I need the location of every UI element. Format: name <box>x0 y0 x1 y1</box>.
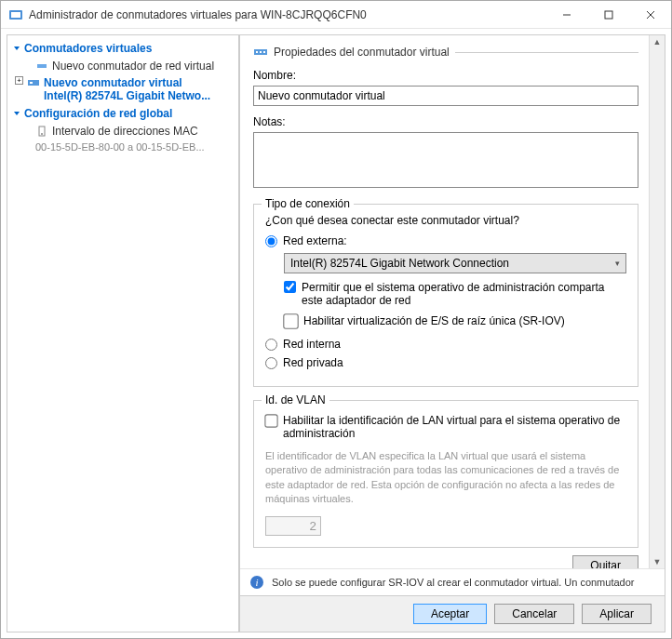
chevron-down-icon <box>13 110 20 117</box>
private-radio[interactable] <box>265 357 277 369</box>
section-header: Propiedades del conmutador virtual <box>253 45 638 60</box>
dialog-buttons: Aceptar Cancelar Aplicar <box>240 595 665 632</box>
svg-rect-12 <box>256 51 258 53</box>
sriov-label: Habilitar virtualización de E/S de raíz … <box>303 314 565 327</box>
vlan-id-input <box>265 516 321 536</box>
sidebar-item-mac-range[interactable]: Intervalo de direcciones MAC <box>9 123 236 140</box>
vlan-help-text: El identificador de VLAN especifica la L… <box>265 449 626 507</box>
divider <box>455 52 638 53</box>
ok-button[interactable]: Aceptar <box>413 604 487 624</box>
sriov-checkbox[interactable] <box>283 313 299 329</box>
sidebar-category-label: Configuración de red global <box>24 107 172 120</box>
sidebar: Conmutadores virtuales Nuevo conmutador … <box>7 34 239 632</box>
notes-label: Notas: <box>253 115 638 128</box>
share-check-row[interactable]: Permitir que el sistema operativo de adm… <box>284 281 626 307</box>
apply-button[interactable]: Aplicar <box>582 604 652 624</box>
mac-icon <box>35 125 48 138</box>
svg-rect-8 <box>30 82 33 84</box>
minimize-button[interactable] <box>545 1 587 28</box>
app-icon <box>8 7 23 22</box>
sriov-check-row[interactable]: Habilitar virtualización de E/S de raíz … <box>284 314 626 328</box>
info-text: Solo se puede configurar SR-IOV al crear… <box>272 577 634 588</box>
vlan-group-title: Id. de VLAN <box>262 393 329 406</box>
sidebar-category-switches[interactable]: Conmutadores virtuales <box>9 39 236 58</box>
name-label: Nombre: <box>253 69 638 82</box>
switch-icon <box>253 45 268 60</box>
share-checkbox[interactable] <box>284 281 296 293</box>
internal-radio-row[interactable]: Red interna <box>265 338 626 351</box>
internal-radio[interactable] <box>265 339 277 351</box>
titlebar: Administrador de conmutadores virtuales … <box>1 1 671 29</box>
connection-groupbox: Tipo de conexión ¿Con qué desea conectar… <box>253 204 638 387</box>
svg-rect-14 <box>263 51 265 53</box>
body: Conmutadores virtuales Nuevo conmutador … <box>1 29 671 638</box>
external-radio-row[interactable]: Red externa: <box>265 234 626 247</box>
connection-prompt: ¿Con qué desea conectar este conmutador … <box>265 214 626 227</box>
svg-rect-3 <box>605 11 612 19</box>
main-pane: ▲ ▼ Propiedades del conmutador virtual N… <box>239 34 665 632</box>
scrollbar[interactable]: ▲ ▼ <box>649 35 665 568</box>
expand-icon[interactable]: + <box>15 76 23 85</box>
cancel-button[interactable]: Cancelar <box>494 604 574 624</box>
name-input[interactable] <box>253 86 638 106</box>
internal-label: Red interna <box>283 338 341 351</box>
svg-text:i: i <box>255 577 258 588</box>
vlan-enable-row[interactable]: Habilitar la identificación de LAN virtu… <box>265 414 626 440</box>
sidebar-item-new-switch[interactable]: Nuevo conmutador de red virtual <box>9 58 236 74</box>
main-content: ▲ ▼ Propiedades del conmutador virtual N… <box>240 35 665 568</box>
chevron-down-icon <box>13 45 20 52</box>
window: Administrador de conmutadores virtuales … <box>0 0 672 639</box>
section-title: Propiedades del conmutador virtual <box>274 46 450 59</box>
private-radio-row[interactable]: Red privada <box>265 356 626 369</box>
info-bar: i Solo se puede configurar SR-IOV al cre… <box>240 568 665 595</box>
adapter-icon <box>27 76 40 89</box>
svg-rect-1 <box>11 12 20 18</box>
svg-point-10 <box>41 133 43 135</box>
sidebar-category-label: Conmutadores virtuales <box>24 42 152 55</box>
scroll-down-icon[interactable]: ▼ <box>653 555 662 568</box>
remove-button[interactable]: Quitar <box>572 555 638 568</box>
svg-rect-6 <box>37 64 47 68</box>
external-radio[interactable] <box>265 235 277 247</box>
connection-group-title: Tipo de conexión <box>262 197 354 210</box>
network-icon <box>35 60 48 73</box>
adapter-value: Intel(R) 82574L Gigabit Network Connecti… <box>290 257 509 270</box>
adapter-dropdown[interactable]: Intel(R) 82574L Gigabit Network Connecti… <box>284 253 626 273</box>
notes-input[interactable] <box>253 132 638 188</box>
maximize-button[interactable] <box>587 1 629 28</box>
vlan-groupbox: Id. de VLAN Habilitar la identificación … <box>253 400 638 548</box>
external-label: Red externa: <box>283 234 347 247</box>
svg-rect-13 <box>260 51 262 53</box>
scroll-up-icon[interactable]: ▲ <box>653 35 662 48</box>
vlan-enable-label: Habilitar la identificación de LAN virtu… <box>283 414 626 440</box>
sidebar-item-label: Nuevo conmutador de red virtual <box>52 60 214 73</box>
sidebar-category-global[interactable]: Configuración de red global <box>9 104 236 123</box>
share-label: Permitir que el sistema operativo de adm… <box>302 281 626 307</box>
close-button[interactable] <box>629 1 671 28</box>
info-icon: i <box>249 575 264 590</box>
window-title: Administrador de conmutadores virtuales … <box>29 8 545 21</box>
chevron-down-icon: ▾ <box>615 259 620 268</box>
sidebar-item-sublabel: Intel(R) 82574L Gigabit Netwo... <box>44 89 210 102</box>
sidebar-item-mac-range-value: 00-15-5D-EB-80-00 a 00-15-5D-EB... <box>9 140 236 154</box>
vlan-enable-checkbox[interactable] <box>264 413 277 429</box>
svg-rect-7 <box>28 80 39 86</box>
sidebar-item-sublabel: 00-15-5D-EB-80-00 a 00-15-5D-EB... <box>35 141 205 153</box>
private-label: Red privada <box>283 356 343 369</box>
remove-row: Quitar <box>253 555 638 568</box>
sidebar-item-label: Nuevo conmutador virtual <box>44 76 210 89</box>
sidebar-item-label: Intervalo de direcciones MAC <box>52 125 198 138</box>
sidebar-item-selected-switch[interactable]: + Nuevo conmutador virtual Intel(R) 8257… <box>9 74 236 104</box>
